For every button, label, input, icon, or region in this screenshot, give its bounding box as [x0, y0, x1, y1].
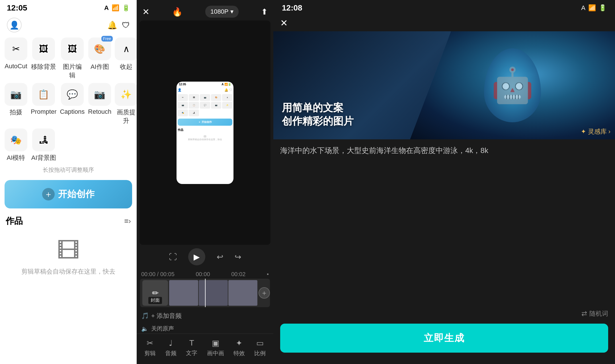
- effects-icon: ✦: [236, 338, 242, 348]
- ai-status-bar: 12:08 A 📶 🔋: [273, 0, 615, 15]
- toolbar-pip[interactable]: ▣ 画中画: [207, 338, 224, 357]
- tool-autocut[interactable]: ✂ AutoCut: [5, 38, 27, 80]
- works-header: 作品 ≡›: [0, 213, 137, 229]
- hero-figure: [410, 31, 615, 139]
- cover-thumbnail[interactable]: ✏ 封面: [142, 280, 168, 306]
- clip-2: [199, 280, 228, 306]
- empty-works-text: 剪辑草稿会自动保存在这里，快去: [21, 267, 115, 276]
- audio-label: 音频: [165, 349, 177, 357]
- editor-close-button[interactable]: ✕: [142, 7, 149, 17]
- add-clip-button[interactable]: ＋: [259, 287, 270, 299]
- play-button[interactable]: ▶: [188, 248, 205, 265]
- upload-icon[interactable]: ⬆: [261, 7, 268, 16]
- ai-bg-icon-bg: 🏞: [32, 129, 55, 151]
- tool-collapse[interactable]: ∧ 收起: [115, 38, 137, 80]
- enhance-label: 画质提升: [115, 108, 137, 125]
- notification-icon[interactable]: 🔔: [107, 20, 117, 30]
- mini-empty: 🎞 剪辑草稿会自动保存在这里，快去: [177, 133, 233, 143]
- create-button[interactable]: ＋ 开始创作: [5, 180, 132, 208]
- ai-status-icons: A 📶 🔋: [581, 4, 606, 12]
- tool-captions[interactable]: 💬 Captions: [60, 83, 85, 125]
- inspiration-label: ✦ 灵感库 ›: [581, 127, 610, 136]
- undo-icon[interactable]: ↩: [217, 252, 223, 262]
- random-word-button[interactable]: ⇄ 随机词: [581, 309, 608, 318]
- prompt-input[interactable]: 海洋中的水下场景，大型史前海洋生物在高密度中游泳，4k，8k: [280, 145, 608, 208]
- effects-label: 特效: [233, 349, 245, 357]
- collapse-icon-bg: ∧: [115, 38, 137, 60]
- tool-remove-bg[interactable]: 🖼 移除背景: [31, 38, 56, 80]
- toolbar-cut[interactable]: ✂ 剪辑: [144, 338, 156, 357]
- timeline: 00:00 / 00:05 00:00 00:02 • ✏ 封面 ＋: [137, 269, 273, 308]
- toolbar-ratio[interactable]: ▭ 比例: [254, 338, 266, 357]
- cut-label: 剪辑: [144, 349, 156, 357]
- ai-bg-label: AI背景图: [31, 154, 56, 162]
- drag-hint: 长按拖动可调整顺序: [0, 164, 137, 175]
- photo-edit-label: 图片编辑: [60, 63, 85, 80]
- free-badge: Free: [101, 36, 113, 42]
- tool-shoot[interactable]: 📷 拍摄: [5, 83, 27, 125]
- video-preview: 12:05 A 📶🔋 👤 🔔 🛡 ✂ 🖼 📷 🎨 ∧ 📷 📋 💬 📷 ✨ 🎭: [140, 20, 270, 245]
- generate-btn-label: 立即生成: [424, 332, 465, 345]
- toolbar-effects[interactable]: ✦ 特效: [233, 338, 245, 357]
- toolbar-text[interactable]: T 文字: [186, 338, 197, 357]
- resolution-value: 1080P: [210, 8, 229, 15]
- signal-icon: 📶: [112, 4, 119, 12]
- mini-status: 12:05 A 📶🔋: [177, 82, 233, 87]
- tool-prompter[interactable]: 📋 Prompter: [31, 83, 56, 125]
- mini-tool-grid: ✂ 🖼 📷 🎨 ∧ 📷 📋 💬 📷 ✨ 🎭 🏞: [177, 93, 233, 117]
- status-icons: A 📶 🔋: [104, 4, 130, 12]
- works-list-icon[interactable]: ≡›: [124, 217, 131, 226]
- tool-enhance[interactable]: ✨ 画质提升: [115, 83, 137, 125]
- tool-ai-filter[interactable]: 🎭 AI模特: [5, 129, 27, 162]
- collapse-label: 收起: [120, 63, 132, 71]
- works-title: 作品: [6, 215, 23, 227]
- android-icon: A: [104, 4, 109, 12]
- add-audio-button[interactable]: 🎵 + 添加音频: [137, 308, 273, 324]
- shoot-icon-bg: 📷: [5, 83, 27, 106]
- tool-retouch[interactable]: 📷 Retouch: [88, 83, 111, 125]
- plus-icon: ＋: [42, 188, 55, 200]
- pip-icon: ▣: [212, 338, 219, 348]
- resolution-selector[interactable]: 1080P ▾: [205, 6, 239, 18]
- retouch-icon-bg: 📷: [88, 83, 111, 106]
- top-right-icons: 🔔 🛡: [107, 20, 130, 30]
- inspiration-link[interactable]: ✦ 灵感库 ›: [581, 127, 610, 136]
- prompter-icon-bg: 📋: [32, 83, 55, 106]
- clip-1: [169, 280, 198, 306]
- tool-photo-edit[interactable]: 🖼 图片编辑: [60, 38, 85, 80]
- toolbar-audio[interactable]: ♩ 音频: [165, 338, 177, 357]
- mute-label: 关闭原声: [151, 325, 174, 332]
- top-bar: 👤 🔔 🛡: [0, 15, 137, 35]
- playback-time: 00:00 / 00:05: [141, 271, 175, 278]
- ai-filter-icon-bg: 🎭: [5, 129, 27, 151]
- tool-ai-bg[interactable]: 🏞 AI背景图: [31, 129, 56, 162]
- timeline-track[interactable]: ✏ 封面 ＋: [140, 279, 270, 307]
- panel-editor: ✕ 🔥 1080P ▾ ⬆ 12:05 A 📶🔋 👤 🔔 🛡 ✂ 🖼 📷 🎨: [137, 0, 273, 364]
- audio-icon: ♩: [169, 338, 173, 348]
- autocut-icon-bg: ✂: [5, 38, 27, 60]
- timeline-marker1: 00:00: [196, 271, 210, 278]
- editor-toolbar: ✂ 剪辑 ♩ 音频 T 文字 ▣ 画中画 ✦ 特效 ▭ 比例: [137, 334, 273, 364]
- shuffle-icon: ⇄: [581, 310, 587, 318]
- enhance-icon-bg: ✨: [115, 83, 137, 106]
- redo-icon[interactable]: ↪: [235, 252, 241, 262]
- hero-art: [410, 31, 615, 139]
- text-icon: T: [189, 338, 194, 348]
- retouch-label: Retouch: [88, 108, 111, 115]
- ai-close-button[interactable]: ✕: [280, 18, 288, 28]
- user-avatar-icon: 👤: [9, 20, 19, 30]
- settings-icon[interactable]: 🛡: [122, 20, 130, 30]
- ai-battery-icon: 🔋: [599, 4, 606, 12]
- timeline-cursor: [205, 279, 206, 307]
- remove-bg-label: 移除背景: [31, 63, 56, 71]
- tool-ai-draw[interactable]: 🎨 Free AI作图: [88, 38, 111, 80]
- ai-signal-icon: 📶: [588, 4, 596, 12]
- generate-button[interactable]: 立即生成: [280, 324, 608, 353]
- editor-controls: ⛶ ▶ ↩ ↪: [137, 245, 273, 269]
- ai-draw-icon-bg: 🎨 Free: [88, 38, 111, 60]
- fullscreen-icon[interactable]: ⛶: [169, 252, 177, 262]
- mute-icon[interactable]: 🔈: [141, 325, 148, 332]
- user-avatar[interactable]: 👤: [7, 18, 22, 32]
- autocut-label: AutoCut: [5, 63, 27, 70]
- prompter-label: Prompter: [31, 108, 56, 115]
